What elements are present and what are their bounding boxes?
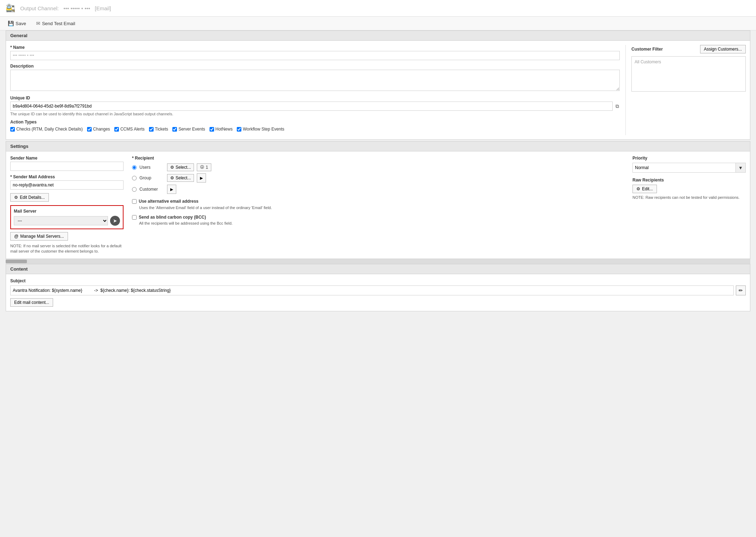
action-type-ccms[interactable]: CCMS Alerts	[114, 127, 145, 132]
priority-select-row: Low Normal High ▼	[632, 163, 746, 173]
recipient-users-radio[interactable]	[132, 165, 137, 170]
recipient-group-radio[interactable]	[132, 176, 137, 180]
mail-server-note: NOTE: If no mail server is selected the …	[10, 243, 124, 254]
name-label: * Name	[10, 45, 620, 50]
content-section-header: Content	[6, 264, 750, 274]
sender-name-label: Sender Name	[10, 156, 124, 161]
action-type-hotnews[interactable]: HotNews	[210, 127, 233, 132]
content-section: Content Subject ✏ Edit mail content...	[6, 264, 750, 311]
mail-server-go-button[interactable]: ➤	[110, 216, 120, 226]
general-layout: * Name Description Unique ID ⧉	[10, 45, 746, 135]
sender-name-input[interactable]	[10, 162, 124, 171]
bcc-section: Send as blind carbon copy (BCC) All the …	[132, 215, 624, 225]
select-group-button[interactable]: ⚙ Select...	[167, 174, 194, 182]
raw-recipients-note: NOTE: Raw recipients can not be tested f…	[632, 195, 746, 200]
action-type-workflow-checkbox[interactable]	[237, 127, 241, 132]
page-header: 🚉 Output Channel: ••• ••••• • ••• [Email…	[0, 0, 756, 17]
edit-subject-button[interactable]: ✏	[736, 285, 746, 295]
gear-icon: ⚙	[14, 195, 18, 200]
general-left: * Name Description Unique ID ⧉	[10, 45, 625, 135]
raw-recipients-label: Raw Recipients	[632, 178, 746, 183]
priority-label: Priority	[632, 156, 746, 161]
settings-col3: Priority Low Normal High ▼ Raw Recipient…	[632, 156, 746, 254]
mail-server-section: Mail Server --- ➤	[10, 205, 124, 229]
action-type-server-events-checkbox[interactable]	[172, 127, 177, 132]
unique-id-note: The unique ID can be used to identify th…	[10, 112, 620, 116]
action-types-label: Action Types	[10, 120, 620, 125]
group-play-button[interactable]: ▶	[197, 173, 206, 183]
unique-id-input[interactable]	[10, 102, 613, 111]
customer-play-button[interactable]: ▶	[167, 185, 176, 194]
alt-email-checkbox[interactable]	[132, 199, 137, 204]
recipient-group-label: Group	[139, 175, 164, 180]
page-title: Output Channel: ••• ••••• • ••• [Email]	[19, 5, 113, 12]
pencil-icon: ✏	[739, 288, 743, 293]
sender-name-group: Sender Name	[10, 156, 124, 171]
alt-email-note: Uses the 'Alternative Email' field of a …	[139, 205, 624, 210]
action-type-ccms-checkbox[interactable]	[114, 127, 119, 132]
email-icon: ✉	[36, 21, 40, 26]
recipient-customer-radio[interactable]	[132, 187, 137, 192]
customer-filter-label: Customer Filter	[631, 47, 663, 52]
subject-input[interactable]	[10, 285, 734, 295]
select-users-button[interactable]: ⚙ Select...	[167, 163, 194, 171]
action-types-group: Action Types Checks (RTM, Daily Check De…	[10, 120, 620, 132]
mail-server-select[interactable]: ---	[14, 216, 108, 225]
save-button[interactable]: 💾 Save	[6, 19, 28, 27]
action-type-changes[interactable]: Changes	[87, 127, 110, 132]
recipient-row-group: Group ⚙ Select... ▶	[132, 173, 624, 183]
action-type-workflow[interactable]: Workflow Step Events	[237, 127, 284, 132]
edit-raw-recipients-button[interactable]: ⚙ Edit...	[632, 185, 657, 193]
action-type-checks[interactable]: Checks (RTM, Daily Check Details)	[10, 127, 83, 132]
alt-email-label[interactable]: Use alternative email address	[132, 199, 624, 204]
sender-mail-group: * Sender Mail Address	[10, 174, 124, 190]
general-section: General * Name Description	[6, 30, 750, 140]
settings-section-header: Settings	[6, 142, 750, 151]
customer-filter-header: Customer Filter Assign Customers...	[631, 45, 746, 53]
settings-col1: Sender Name * Sender Mail Address ⚙ Edit…	[10, 156, 124, 254]
recipient-label: * Recipient	[132, 156, 624, 161]
manage-mail-servers-button[interactable]: @ Manage Mail Servers...	[10, 232, 68, 241]
edit-mail-content-button[interactable]: Edit mail content...	[10, 298, 53, 307]
page: 🚉 Output Channel: ••• ••••• • ••• [Email…	[0, 0, 756, 537]
all-customers-text: All Customers	[635, 59, 661, 64]
general-section-body: * Name Description Unique ID ⧉	[6, 41, 750, 139]
action-type-tickets-checkbox[interactable]	[149, 127, 154, 132]
content-section-body: Subject ✏ Edit mail content...	[6, 274, 750, 311]
gear-raw-icon: ⚙	[636, 186, 640, 191]
action-type-checks-checkbox[interactable]	[10, 127, 15, 132]
gear-group-icon: ⚙	[170, 175, 174, 180]
horizontal-scrollbar[interactable]	[6, 259, 750, 264]
settings-layout: Sender Name * Sender Mail Address ⚙ Edit…	[10, 156, 746, 254]
settings-section-body: Sender Name * Sender Mail Address ⚙ Edit…	[6, 151, 750, 259]
action-type-tickets[interactable]: Tickets	[149, 127, 168, 132]
assign-customers-button[interactable]: Assign Customers...	[700, 45, 746, 53]
unique-id-field-group: Unique ID ⧉ The unique ID can be used to…	[10, 96, 620, 116]
gear-small-icon: ⚙	[170, 165, 174, 170]
recipient-customer-label: Customer	[139, 187, 164, 192]
general-section-header: General	[6, 31, 750, 41]
settings-col2: * Recipient Users ⚙ Select... ⦿ 1	[132, 156, 624, 254]
mail-server-label: Mail Server	[14, 209, 120, 214]
user-count-badge: ⦿ 1	[197, 163, 211, 171]
action-type-changes-checkbox[interactable]	[87, 127, 92, 132]
priority-select[interactable]: Low Normal High	[632, 163, 736, 173]
name-field-group: * Name	[10, 45, 620, 60]
copy-unique-id-button[interactable]: ⧉	[615, 103, 620, 110]
radio-dot-icon: ⦿	[200, 165, 204, 170]
scrollbar-thumb	[6, 260, 27, 263]
action-type-hotnews-checkbox[interactable]	[210, 127, 214, 132]
recipient-users-label: Users	[139, 165, 164, 170]
edit-details-button[interactable]: ⚙ Edit Details...	[10, 193, 49, 202]
send-test-email-button[interactable]: ✉ Send Test Email	[34, 19, 78, 27]
action-type-server-events[interactable]: Server Events	[172, 127, 205, 132]
alt-email-section: Use alternative email address Uses the '…	[132, 199, 624, 210]
description-field-group: Description	[10, 64, 620, 92]
mail-server-row: --- ➤	[14, 216, 120, 226]
bcc-label[interactable]: Send as blind carbon copy (BCC)	[132, 215, 624, 220]
bcc-checkbox[interactable]	[132, 215, 137, 220]
action-types-row: Checks (RTM, Daily Check Details) Change…	[10, 127, 620, 132]
sender-mail-input[interactable]	[10, 180, 124, 190]
name-input[interactable]	[10, 51, 620, 60]
description-textarea[interactable]	[10, 70, 620, 91]
